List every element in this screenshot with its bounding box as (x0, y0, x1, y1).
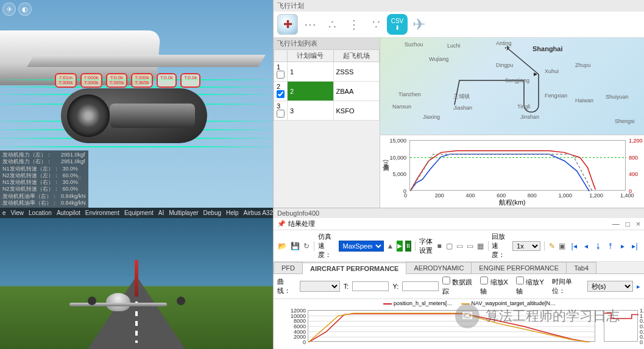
sim-speed-select[interactable]: MaxSpeed (339, 241, 384, 252)
export-csv-icon[interactable]: CSV⬇ (387, 14, 408, 35)
flight-plan-toolbar: ✚ ⋯ ∴ ⋮ ∵ CSV⬇ ✈ (274, 12, 644, 38)
engine-nacelle (61, 82, 207, 155)
tab-engine-performance[interactable]: ENGINE PERFORMANCE (471, 262, 567, 273)
curve-select[interactable] (300, 281, 340, 292)
tab-aerodynamic[interactable]: AERODYNAMIC (406, 262, 472, 273)
menu-item[interactable]: Location (29, 210, 52, 216)
menu-item[interactable]: AI (158, 210, 164, 216)
map-label: Shengsi (615, 118, 635, 124)
menu-item[interactable]: Multiplayer (169, 210, 198, 216)
map-label: Xuhui (545, 68, 559, 74)
menu-item[interactable]: e (2, 210, 6, 216)
flightgear-menubar[interactable]: eViewLocationAutopilotEnvironmentEquipme… (0, 208, 273, 218)
engine-readout: T:0.0kT:365k (106, 73, 128, 88)
route-c-icon[interactable]: ∵ (365, 14, 386, 35)
debug-panel: DebugInfo400 📌 结果处理 — □ × 📂 💾 ↻ 仿真速度： Ma… (273, 208, 644, 349)
waypoint-seq-icon[interactable]: ⋯ (299, 14, 320, 35)
save-icon[interactable]: 💾 (290, 241, 300, 252)
probe-icon[interactable]: ◐ (18, 2, 32, 16)
snapshot-icon[interactable]: ▣ (558, 241, 566, 252)
bold-icon[interactable]: ■ (436, 241, 443, 252)
menu-item[interactable]: View (11, 210, 24, 216)
tab-pfd[interactable]: PFD (274, 262, 303, 273)
menu-item[interactable]: Autopilot (57, 210, 80, 216)
tab-aircraft-performance[interactable]: AIRCRAFT PERFORMANCE (302, 263, 406, 274)
prev-icon[interactable]: ◂ (581, 241, 592, 252)
menu-item[interactable]: Help (226, 210, 239, 216)
time-unit-select[interactable]: 秒(s) (587, 281, 633, 292)
apply-icon[interactable]: ▸ (637, 283, 640, 291)
engine-readout: 7.61mT:300k (55, 73, 77, 88)
plan-table[interactable]: 计划编号 起飞机场 1 1ZSSS2 2ZBAA3 3KSFO (274, 49, 380, 121)
time-unit-label: 时间单位： (552, 277, 584, 295)
bigger-icon[interactable]: ▢ (445, 241, 453, 252)
chart-filter-bar: 曲线： T: Y: 数据跟踪 缩放X轴 缩放Y轴 时间单位： 秒(s) ▸ (274, 274, 644, 299)
legend-position: position_h_sl_meters[… (383, 300, 453, 306)
col-airport: 起飞机场 (333, 50, 380, 62)
zoomx-checkbox[interactable]: 缩放X轴 (480, 277, 512, 296)
y-label: Y: (392, 283, 398, 290)
menu-item[interactable]: Debug (203, 210, 221, 216)
plan-row[interactable]: 1 1ZSSS (274, 62, 380, 82)
engine-stats-panel: 发动机推力（左）：2951.0kgf发动机推力（右）：2951.0kgfN1发动… (0, 150, 88, 208)
y-input[interactable] (402, 281, 439, 291)
highlight-icon[interactable]: ✎ (548, 241, 556, 252)
plan-row[interactable]: 2 2ZBAA (274, 82, 380, 101)
map-label: Songjiang (505, 77, 529, 83)
menu-item[interactable]: Airbus A320-211 (244, 210, 273, 216)
zoomy-checkbox[interactable]: 缩放Y轴 (516, 277, 548, 296)
airflow-icon[interactable]: ✈ (2, 2, 16, 16)
track-checkbox[interactable]: 数据跟踪 (442, 277, 476, 296)
font-label[interactable]: 字体设置 (419, 237, 434, 255)
col-plan: 计划编号 (288, 50, 334, 62)
aircraft-tail-view (106, 260, 167, 306)
up-icon[interactable]: ⭱ (605, 241, 616, 252)
route-a-icon[interactable]: ∴ (321, 14, 342, 35)
menu-item[interactable]: Environment (85, 210, 119, 216)
map-label: Jiaxing (423, 114, 440, 120)
route-map[interactable]: ✈ ▸ SuzhouLuchiAntingShanghaiWujiangDing… (380, 38, 644, 135)
grid-icon[interactable]: ▦ (476, 241, 484, 252)
tab-tab4[interactable]: Tab4 (566, 262, 596, 273)
map-label: Dingpu (496, 62, 514, 68)
maximize-button[interactable]: □ (626, 220, 630, 228)
close-button[interactable]: × (636, 220, 640, 228)
engine-readout: 7:000kT:300k (80, 73, 102, 88)
results-tab-label[interactable]: 结果处理 (288, 219, 315, 228)
pause-button[interactable]: ⏸ (405, 241, 411, 252)
engine-readout: T:0.0k (157, 73, 177, 88)
engine-readout: T:0.0k (180, 73, 200, 88)
first-icon[interactable]: |◂ (568, 241, 579, 252)
aircraft-icon[interactable]: ✈ (409, 14, 430, 35)
refresh-icon[interactable]: ↻ (303, 241, 310, 252)
menu-item[interactable]: Equipment (124, 210, 154, 216)
next-icon[interactable]: ▸ (617, 241, 628, 252)
col-check (274, 50, 288, 62)
step-up-icon[interactable]: ▲ (386, 241, 395, 252)
plan-row[interactable]: 3 3KSFO (274, 101, 380, 121)
t-label: T: (344, 283, 349, 290)
map-label: Anting (496, 40, 512, 46)
engine-3d-view: ✈ ◐ 7.61mT:300k7:000kT:300kT:0.0kT:365kT… (0, 0, 273, 208)
pin-icon[interactable]: 📌 (277, 220, 286, 228)
play-button[interactable]: ▶ (397, 241, 403, 252)
debug-tabs[interactable]: PFDAIRCRAFT PERFORMANCEAERODYNAMICENGINE… (274, 262, 644, 274)
map-label: 主城镇 (453, 93, 470, 100)
minimize-button[interactable]: — (612, 220, 620, 228)
del-chart-icon[interactable]: ▭ (466, 241, 474, 252)
replay-speed-select[interactable]: 1x (512, 241, 540, 251)
last-icon[interactable]: ▸| (629, 241, 640, 252)
map-label: Tianzhen (398, 91, 421, 97)
map-label: Jiashan (453, 105, 472, 111)
plan-list-title: 飞行计划列表 (274, 38, 380, 49)
flightgear-view[interactable]: eViewLocationAutopilotEnvironmentEquipme… (0, 208, 273, 349)
add-chart-icon[interactable]: ▭ (456, 241, 464, 252)
open-icon[interactable]: 📂 (277, 241, 288, 252)
map-label: Zhupu (575, 62, 591, 68)
down-icon[interactable]: ⭳ (593, 241, 604, 252)
waypoint-icon: ▸ (534, 69, 540, 76)
performance-chart: position_h_sl_meters[… NAV_waypoint_targ… (274, 299, 644, 349)
globe-add-icon[interactable]: ✚ (277, 14, 298, 35)
route-b-icon[interactable]: ⋮ (343, 14, 364, 35)
t-input[interactable] (352, 281, 389, 291)
